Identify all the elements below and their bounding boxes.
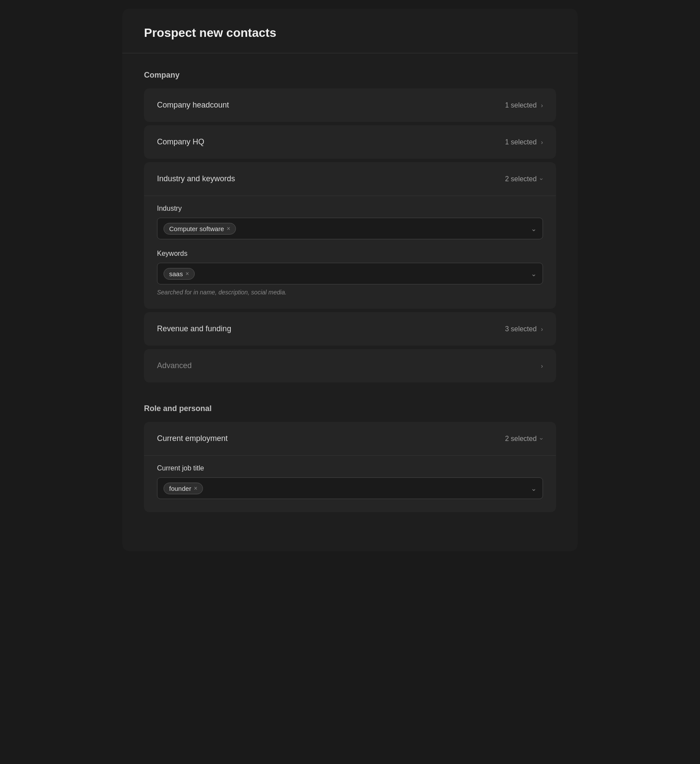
- keywords-helper-text: Searched for in name, description, socia…: [157, 289, 543, 296]
- current-employment-chevron-icon: ›: [539, 438, 546, 440]
- revenue-funding-filter: Revenue and funding 3 selected ›: [144, 312, 556, 346]
- industry-keywords-row[interactable]: Industry and keywords 2 selected ›: [144, 162, 556, 196]
- industry-tag-input[interactable]: Computer software × ⌄: [157, 218, 543, 239]
- job-title-tag-input[interactable]: founder × ⌄: [157, 477, 543, 499]
- industry-tag-computer-software: Computer software ×: [164, 223, 236, 235]
- current-employment-row[interactable]: Current employment 2 selected ›: [144, 422, 556, 455]
- industry-tag-label: Computer software: [169, 225, 224, 232]
- page-title: Prospect new contacts: [144, 26, 556, 40]
- app-container: Prospect new contacts Company Company he…: [122, 9, 578, 551]
- company-headcount-label: Company headcount: [157, 101, 229, 110]
- job-title-field-label: Current job title: [157, 464, 543, 472]
- job-title-tags: founder ×: [164, 483, 203, 494]
- industry-keywords-chevron-icon: ›: [539, 178, 546, 180]
- role-section: Role and personal Current employment 2 s…: [144, 404, 556, 512]
- keywords-tag-label: saas: [169, 270, 183, 278]
- job-title-tag-label: founder: [169, 485, 191, 492]
- industry-field-label: Industry: [157, 205, 543, 212]
- advanced-value: ›: [541, 362, 543, 369]
- revenue-funding-label: Revenue and funding: [157, 324, 231, 333]
- current-employment-filter: Current employment 2 selected › Current …: [144, 422, 556, 512]
- revenue-funding-chevron-icon: ›: [541, 326, 543, 333]
- company-hq-filter: Company HQ 1 selected ›: [144, 125, 556, 159]
- revenue-funding-value: 3 selected ›: [505, 325, 543, 333]
- industry-keywords-filter: Industry and keywords 2 selected › Indus…: [144, 162, 556, 309]
- company-hq-label: Company HQ: [157, 137, 204, 147]
- keywords-tags: saas ×: [164, 268, 195, 280]
- industry-keywords-expanded: Industry Computer software × ⌄ Keywords: [144, 196, 556, 309]
- company-headcount-filter: Company headcount 1 selected ›: [144, 88, 556, 122]
- advanced-label: Advanced: [157, 361, 192, 370]
- company-hq-row[interactable]: Company HQ 1 selected ›: [144, 125, 556, 159]
- industry-dropdown-icon: ⌄: [531, 225, 536, 233]
- advanced-filter: Advanced ›: [144, 349, 556, 382]
- company-headcount-selected-count: 1 selected: [505, 101, 536, 109]
- company-section: Company Company headcount 1 selected › C…: [144, 71, 556, 382]
- current-employment-value: 2 selected ›: [505, 435, 543, 443]
- industry-keywords-label: Industry and keywords: [157, 174, 235, 183]
- keywords-tag-saas: saas ×: [164, 268, 195, 280]
- keywords-tag-close-icon[interactable]: ×: [186, 270, 189, 277]
- company-hq-value: 1 selected ›: [505, 138, 543, 146]
- job-title-tag-close-icon[interactable]: ×: [194, 485, 197, 492]
- keywords-tag-input[interactable]: saas × ⌄: [157, 263, 543, 284]
- company-headcount-chevron-icon: ›: [541, 102, 543, 109]
- company-hq-chevron-icon: ›: [541, 139, 543, 146]
- keywords-field-label: Keywords: [157, 250, 543, 258]
- industry-keywords-value: 2 selected ›: [505, 175, 543, 183]
- advanced-row[interactable]: Advanced ›: [144, 349, 556, 382]
- current-employment-label: Current employment: [157, 434, 228, 443]
- revenue-funding-selected-count: 3 selected: [505, 325, 536, 333]
- company-headcount-value: 1 selected ›: [505, 101, 543, 109]
- page-header: Prospect new contacts: [122, 9, 578, 53]
- industry-tags: Computer software ×: [164, 223, 236, 235]
- advanced-chevron-icon: ›: [541, 362, 543, 369]
- job-title-tag-founder: founder ×: [164, 483, 203, 494]
- revenue-funding-row[interactable]: Revenue and funding 3 selected ›: [144, 312, 556, 346]
- page-content: Company Company headcount 1 selected › C…: [122, 53, 578, 551]
- current-employment-selected-count: 2 selected: [505, 435, 536, 443]
- industry-keywords-selected-count: 2 selected: [505, 175, 536, 183]
- role-section-label: Role and personal: [144, 404, 556, 413]
- company-section-label: Company: [144, 71, 556, 80]
- current-employment-expanded: Current job title founder × ⌄: [144, 455, 556, 512]
- company-hq-selected-count: 1 selected: [505, 138, 536, 146]
- job-title-dropdown-icon: ⌄: [531, 484, 536, 493]
- industry-tag-close-icon[interactable]: ×: [227, 225, 230, 232]
- company-headcount-row[interactable]: Company headcount 1 selected ›: [144, 88, 556, 122]
- keywords-dropdown-icon: ⌄: [531, 270, 536, 278]
